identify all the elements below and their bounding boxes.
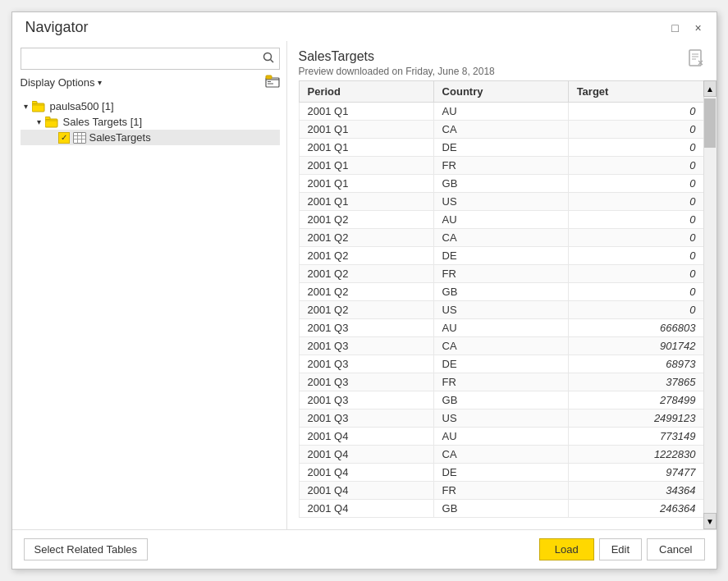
tree-label-sales-targets-table: SalesTargets	[89, 131, 151, 144]
bottom-bar: Select Related Tables Load Edit Cancel	[12, 529, 717, 569]
table-cell: 68973	[568, 355, 704, 373]
table-cell: GB	[433, 175, 568, 193]
search-box	[21, 48, 280, 70]
table-cell: 2001 Q1	[299, 139, 433, 157]
table-cell: 0	[568, 139, 704, 157]
table-cell: GB	[433, 500, 568, 518]
table-cell: AU	[433, 211, 568, 229]
svg-point-0	[263, 53, 271, 61]
tree-label-paulsa500: paulsa500 [1]	[50, 100, 114, 112]
table-cell: 2001 Q4	[299, 464, 433, 482]
table-cell: 0	[568, 283, 704, 301]
table-cell: 2001 Q3	[299, 355, 433, 373]
table-cell: FR	[433, 482, 568, 500]
table-row: 2001 Q3US2499123	[299, 409, 704, 428]
table-cell: 2001 Q4	[299, 446, 433, 464]
display-options-row: Display Options ▾	[21, 75, 280, 90]
table-cell: CA	[433, 337, 568, 355]
table-row: 2001 Q3AU666803	[299, 319, 704, 337]
svg-line-1	[270, 60, 273, 63]
table-cell: 34364	[568, 482, 704, 500]
table-cell: 2001 Q2	[299, 283, 433, 301]
scroll-down-arrow[interactable]: ▼	[703, 513, 717, 529]
table-cell: 2001 Q4	[299, 482, 433, 500]
table-cell: 2001 Q4	[299, 500, 433, 518]
scrollbar[interactable]: ▲ ▼	[703, 80, 717, 529]
table-row: 2001 Q3GB278499	[299, 391, 704, 409]
right-panel: SalesTargets Preview downloaded on Frida…	[287, 41, 717, 529]
table-cell: 2001 Q3	[299, 391, 433, 409]
scroll-up-arrow[interactable]: ▲	[703, 80, 717, 97]
preview-title: SalesTargets	[299, 49, 495, 64]
tree-item-paulsa500[interactable]: ▾ paulsa500 [1]	[21, 98, 280, 114]
table-cell: 2499123	[568, 409, 704, 428]
table-row: 2001 Q3DE68973	[299, 355, 704, 373]
table-cell: 0	[568, 175, 704, 193]
folder-icon	[45, 117, 60, 128]
table-cell: DE	[433, 464, 568, 482]
table-cell: FR	[433, 373, 568, 391]
table-cell: 2001 Q3	[299, 373, 433, 391]
table-row: 2001 Q2FR0	[299, 265, 704, 283]
cancel-button[interactable]: Cancel	[647, 538, 704, 560]
table-cell: AU	[433, 428, 568, 446]
table-cell: 2001 Q1	[299, 121, 433, 139]
tree-item-sales-targets-table[interactable]: SalesTargets	[21, 130, 280, 145]
table-cell: 2001 Q1	[299, 175, 433, 193]
table-cell: DE	[433, 139, 568, 157]
table-cell: 0	[568, 301, 704, 319]
svg-rect-8	[45, 119, 57, 127]
table-cell: 773149	[568, 428, 704, 446]
preview-header: SalesTargets Preview downloaded on Frida…	[287, 49, 717, 80]
restore-button[interactable]: □	[667, 20, 684, 36]
table-cell: US	[433, 409, 568, 428]
svg-rect-3	[266, 75, 272, 79]
table-cell: 2001 Q2	[299, 211, 433, 229]
table-cell: 0	[568, 265, 704, 283]
col-header-target: Target	[568, 81, 704, 103]
table-row: 2001 Q1AU0	[299, 103, 704, 121]
table-cell: 901742	[568, 337, 704, 355]
table-cell: CA	[433, 121, 568, 139]
title-bar-controls: □ ×	[667, 20, 707, 36]
table-cell: 0	[568, 121, 704, 139]
file-icon[interactable]	[689, 49, 705, 71]
close-button[interactable]: ×	[690, 20, 707, 36]
table-cell: 97477	[568, 464, 704, 482]
table-cell: DE	[433, 247, 568, 265]
table-row: 2001 Q1CA0	[299, 121, 704, 139]
tree-item-sales-targets[interactable]: ▾ Sales Targets [1]	[21, 114, 280, 130]
display-options-button[interactable]: Display Options ▾	[21, 76, 102, 89]
data-table: Period Country Target 2001 Q1AU02001 Q1C…	[299, 80, 705, 518]
search-input[interactable]	[21, 49, 258, 68]
content-area: Display Options ▾ ▾	[12, 41, 717, 529]
table-row: 2001 Q4CA1222830	[299, 446, 704, 464]
svg-rect-10	[73, 132, 85, 143]
select-related-tables-button[interactable]: Select Related Tables	[24, 538, 149, 560]
checkbox-icon[interactable]	[58, 132, 70, 144]
table-row: 2001 Q2CA0	[299, 229, 704, 247]
table-cell: GB	[433, 283, 568, 301]
table-cell: 2001 Q2	[299, 301, 433, 319]
table-cell: 37865	[568, 373, 704, 391]
table-cell: 2001 Q4	[299, 428, 433, 446]
folder-view-button[interactable]	[265, 75, 280, 90]
table-cell: DE	[433, 355, 568, 373]
col-header-country: Country	[433, 81, 568, 103]
table-cell: GB	[433, 391, 568, 409]
table-row: 2001 Q2US0	[299, 301, 704, 319]
table-cell: 246364	[568, 500, 704, 518]
load-button[interactable]: Load	[539, 538, 594, 560]
table-row: 2001 Q4GB246364	[299, 500, 704, 518]
navigator-dialog: Navigator □ × Display Option	[11, 11, 717, 570]
search-button[interactable]	[258, 48, 279, 69]
scroll-thumb[interactable]	[704, 98, 716, 148]
table-cell: 2001 Q3	[299, 337, 433, 355]
table-cell: 2001 Q2	[299, 265, 433, 283]
svg-rect-7	[32, 101, 37, 103]
table-header-row: Period Country Target	[299, 81, 704, 103]
edit-button[interactable]: Edit	[599, 538, 642, 560]
table-cell: 666803	[568, 319, 704, 337]
table-row: 2001 Q1DE0	[299, 139, 704, 157]
table-row: 2001 Q4DE97477	[299, 464, 704, 482]
